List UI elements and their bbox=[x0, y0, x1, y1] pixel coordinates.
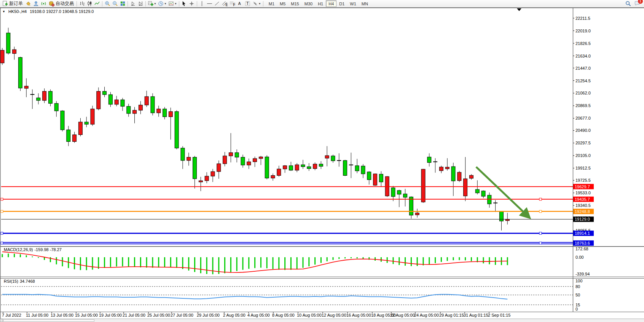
time-axis-label: 16 Aug 05:00 bbox=[346, 313, 371, 317]
time-axis-label: 12 Aug 05:00 bbox=[322, 313, 346, 317]
candle-up bbox=[115, 100, 118, 104]
price-badge-label: 18763.6 bbox=[575, 241, 590, 245]
candle-down bbox=[361, 166, 365, 174]
line-handle[interactable] bbox=[1, 232, 3, 234]
candle-up bbox=[205, 176, 209, 181]
line-handle[interactable] bbox=[539, 242, 542, 244]
candle-down bbox=[475, 189, 479, 193]
candle-up bbox=[24, 86, 28, 88]
candle-down bbox=[307, 167, 311, 168]
collapse-triangle-icon[interactable]: ▼ bbox=[2, 10, 5, 13]
price-axis-label: 20677.0 bbox=[575, 116, 591, 120]
candle-down bbox=[175, 112, 179, 148]
candle-down bbox=[397, 191, 401, 194]
candle-down bbox=[319, 164, 323, 167]
candle-up bbox=[217, 164, 221, 172]
line-handle[interactable] bbox=[1, 210, 3, 213]
line-handle[interactable] bbox=[1, 198, 3, 200]
candle-down bbox=[235, 153, 239, 157]
candle-down bbox=[193, 157, 197, 179]
candle-down bbox=[127, 106, 131, 114]
scrollbar-thumb[interactable] bbox=[3, 319, 94, 322]
candle-down bbox=[331, 156, 335, 161]
candle-down bbox=[355, 166, 359, 171]
candle-up bbox=[229, 153, 233, 156]
time-axis-label: 13 Jul 05:00 bbox=[51, 313, 73, 317]
rsi-name: RSI(15) bbox=[4, 279, 18, 284]
candle-up bbox=[469, 175, 473, 178]
candle-up bbox=[271, 175, 275, 178]
time-axis-label: 7 Jul 2022 bbox=[2, 313, 21, 317]
candle-up bbox=[43, 91, 46, 101]
candle-down bbox=[18, 58, 22, 88]
candle-down bbox=[301, 165, 305, 167]
candle-up bbox=[211, 171, 215, 176]
price-axis-label: 22019.0 bbox=[575, 29, 591, 33]
candle-up bbox=[139, 105, 142, 111]
candle-down bbox=[265, 157, 269, 178]
candle-up bbox=[445, 167, 449, 169]
candle-up bbox=[325, 155, 329, 158]
time-axis-label: 2 Sep 01:15 bbox=[488, 313, 510, 317]
price-axis-label: 21826.5 bbox=[575, 41, 591, 46]
candle-down bbox=[163, 109, 167, 117]
candle-down bbox=[6, 33, 10, 53]
candle-up bbox=[73, 135, 77, 142]
price-badge-label: 19435.7 bbox=[575, 197, 590, 202]
price-badge-label: 19129.0 bbox=[575, 217, 590, 221]
time-axis-label: 15 Jul 05:00 bbox=[75, 313, 98, 317]
candle-up bbox=[277, 169, 281, 175]
price-axis-label: 21634.0 bbox=[575, 54, 591, 58]
candle-up bbox=[421, 169, 425, 202]
macd-axis-label: 0.00 bbox=[575, 255, 583, 260]
candle-up bbox=[133, 110, 137, 114]
candle-down bbox=[343, 160, 347, 175]
time-axis-label: 29 Aug 01:15 bbox=[439, 313, 464, 317]
candle-down bbox=[121, 100, 124, 106]
candle-down bbox=[61, 111, 64, 130]
candle-down bbox=[151, 96, 155, 113]
horizontal-scrollbar[interactable] bbox=[0, 319, 644, 322]
candle-up bbox=[223, 156, 227, 164]
line-handle[interactable] bbox=[539, 232, 542, 234]
price-axis-label: 20297.5 bbox=[575, 141, 591, 145]
price-axis-label: 21254.5 bbox=[575, 78, 591, 83]
candle-up bbox=[13, 50, 16, 53]
candle-down bbox=[108, 95, 112, 104]
candle-up bbox=[283, 166, 287, 169]
candle-up bbox=[91, 109, 94, 124]
line-handle[interactable] bbox=[539, 198, 542, 200]
price-badge-label: 19629.7 bbox=[575, 184, 590, 189]
line-handle[interactable] bbox=[1, 242, 3, 244]
time-axis-label: 21 Jul 05:00 bbox=[123, 313, 145, 317]
candle-down bbox=[241, 157, 245, 165]
candle-down bbox=[451, 167, 455, 181]
macd-name: MACD(12,26,9) bbox=[4, 247, 33, 252]
price-axis-label: 20105.0 bbox=[575, 153, 591, 158]
price-badge-label: 18914.1 bbox=[575, 231, 590, 235]
chart-canvas[interactable]: 22211.522019.021826.521634.021447.021254… bbox=[0, 0, 644, 322]
chart-shift-marker[interactable] bbox=[517, 8, 521, 11]
ohlc-values: 19108.0 19227.0 19048.5 19129.0 bbox=[30, 9, 94, 14]
candle-up bbox=[415, 213, 419, 215]
chart-title: ▼ HK50-,H4 19108.0 19227.0 19048.5 19129… bbox=[2, 9, 94, 14]
candle-up bbox=[505, 219, 509, 221]
candle-up bbox=[313, 164, 317, 169]
line-handle[interactable] bbox=[539, 210, 542, 213]
rsi-value: 34.7468 bbox=[20, 279, 35, 284]
candle-up bbox=[434, 162, 437, 162]
time-axis-label: 29 Jul 05:00 bbox=[197, 313, 220, 317]
candle-down bbox=[379, 174, 383, 182]
time-axis-label: 24 Aug 05:00 bbox=[414, 313, 439, 317]
candle-up bbox=[259, 157, 263, 159]
candle-up bbox=[97, 91, 100, 109]
rsi-label: RSI(15)34.7468 bbox=[4, 279, 35, 284]
time-axis-label: 19 Jul 05:00 bbox=[99, 313, 122, 317]
price-axis-label: 22211.5 bbox=[575, 16, 590, 21]
price-axis-label: 20869.5 bbox=[575, 103, 591, 108]
candle-up bbox=[247, 162, 251, 165]
candle-up bbox=[169, 112, 172, 117]
candle-up bbox=[253, 159, 257, 162]
rsi-axis-label: 100 bbox=[575, 279, 582, 283]
candle-up bbox=[457, 172, 461, 181]
